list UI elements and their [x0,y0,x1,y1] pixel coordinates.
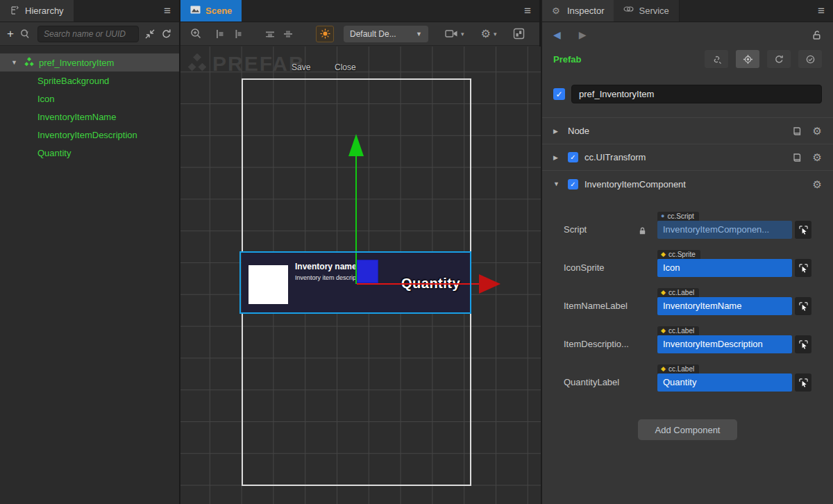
align-center-h-icon[interactable] [233,28,244,40]
tab-hierarchy[interactable]: Hierarchy [0,0,74,22]
reference-field[interactable]: InventoryItemDescription [657,335,792,353]
tab-inspector[interactable]: ⚙ Inspector [542,0,614,22]
camera-select-value: Default De... [350,29,396,39]
prefab-save-button[interactable]: Save [292,62,310,72]
lock-open-icon[interactable] [811,30,822,40]
align-left-icon[interactable] [214,28,226,40]
property-value: ◆ cc.Label InventoryItemDescription [657,323,811,353]
hierarchy-node-label: pref_InventoryItem [39,58,114,68]
gizmo-x-arrow-icon[interactable] [479,274,500,294]
expand-arrow-icon[interactable]: ▼ [11,59,19,66]
add-component-button[interactable]: Add Component [638,419,737,440]
property-row: Script ● cc.Script In [564,208,811,239]
property-value: ● cc.Script InventoryItemComponen... [657,208,811,239]
align-middle-v-icon[interactable] [283,28,294,40]
inspector-tabbar: ⚙ Inspector Service ≡ [542,0,833,22]
service-link-icon [623,6,634,16]
type-marker-icon: ◆ [661,289,666,296]
uitransform-enabled-checkbox[interactable]: ✓ [568,152,578,162]
scene-viewport[interactable]: PREFAB Save Close Inventory name Invento… [180,47,541,504]
section-inventoryitemcomponent[interactable]: ▼ ✓ InventoryItemComponent ⚙ [542,171,833,197]
reference-field[interactable]: Quantity [657,373,792,392]
locate-prefab-asset-button[interactable] [736,50,759,68]
hierarchy-node-root[interactable]: ▼ pref_InventoryItem [0,53,179,72]
prefab-header-row: Prefab [542,47,833,71]
type-chip: ◆ cc.Label [657,326,699,335]
reference-picker-button[interactable] [795,221,811,239]
type-name: cc.Sprite [668,251,696,258]
lock-slot [638,350,657,353]
hierarchy-menu-icon[interactable]: ≡ [164,0,171,22]
unlink-prefab-button[interactable] [705,50,728,68]
prefab-close-button[interactable]: Close [335,62,356,72]
search-filter-button[interactable] [19,28,32,40]
collapse-arrow-icon[interactable]: ▼ [553,180,562,187]
lock-slot [638,388,657,392]
scene-settings-button[interactable]: ⚙ ▾ [481,27,497,40]
collapse-all-icon[interactable] [144,28,155,40]
section-node-label: Node [568,126,589,136]
type-chip: ◆ cc.Label [657,364,699,373]
docs-icon[interactable] [792,126,802,136]
reference-field[interactable]: InventoryItemName [657,297,792,315]
type-name: cc.Label [668,365,694,373]
reference-picker-button[interactable] [795,259,811,277]
property-label: ItemDescriptio... [564,339,638,353]
create-node-button[interactable]: + [7,27,14,41]
scene-light-toggle[interactable] [316,26,334,42]
reference-field[interactable]: Icon [657,259,792,277]
section-node[interactable]: ▶ Node ⚙ [542,118,833,144]
camera-select-dropdown[interactable]: Default De... ▼ [344,26,428,42]
reference-picker-button[interactable] [795,335,811,353]
type-name: cc.Script [667,212,693,220]
hierarchy-node[interactable]: Icon [0,90,179,108]
inspector-menu-icon[interactable]: ≡ [818,0,825,22]
history-forward-button[interactable]: ▶ [579,29,587,40]
tab-scene[interactable]: Scene [180,0,242,22]
tab-service[interactable]: Service [614,0,679,22]
search-input[interactable] [37,26,139,42]
gear-icon[interactable]: ⚙ [813,152,822,162]
lock-slot [638,274,657,277]
refresh-icon[interactable] [161,28,172,40]
property-row: IconSprite ◆ cc.Sprite Icon [564,246,811,277]
node-name-input[interactable] [571,85,822,103]
gizmo-y-arrow-icon[interactable] [348,134,364,156]
hierarchy-node[interactable]: InventoryItemDescription [0,126,179,144]
reference-picker-button[interactable] [795,297,811,315]
reference-picker-button[interactable] [795,373,811,392]
hierarchy-node[interactable]: Quantity [0,144,179,162]
prefab-actions [705,50,822,68]
hierarchy-node[interactable]: InventoryItemName [0,108,179,126]
chevron-down-icon: ▾ [494,31,497,37]
gear-icon[interactable]: ⚙ [813,179,822,190]
node-active-checkbox[interactable]: ✓ [553,88,565,100]
section-uitransform[interactable]: ▶ ✓ cc.UITransform ⚙ [542,144,833,171]
view-camera-button[interactable]: ▾ [445,29,464,38]
type-marker-icon: ◆ [661,251,666,258]
layout-grid-button[interactable] [513,28,525,40]
tab-inspector-label: Inspector [567,6,604,16]
align-top-icon[interactable] [264,28,276,40]
revert-prefab-button[interactable] [767,50,791,68]
docs-icon[interactable] [792,153,802,162]
expand-arrow-icon[interactable]: ▶ [553,154,562,161]
hierarchy-tree: ▼ pref_InventoryItem SpriteBackground Ic… [0,46,179,162]
component-enabled-checkbox[interactable]: ✓ [568,179,578,190]
node-selection-outline [239,251,471,314]
type-name: cc.Label [668,327,694,335]
gear-icon[interactable]: ⚙ [813,126,822,136]
property-row: QuantityLabel ◆ cc.Label Quantity [564,361,811,392]
reference-field[interactable]: InventoryItemComponen... [657,221,792,239]
property-label: Script [564,224,638,239]
inspector-nav-row: ◀ ▶ [542,22,833,47]
apply-prefab-button[interactable] [798,50,822,68]
hierarchy-node[interactable]: SpriteBackground [0,72,179,90]
zoom-icon[interactable] [190,28,202,40]
history-back-button[interactable]: ◀ [553,29,561,40]
expand-arrow-icon[interactable]: ▶ [553,128,562,135]
hierarchy-tabbar: Hierarchy ≡ [0,0,179,22]
type-marker-icon: ◆ [661,328,666,334]
tab-hierarchy-label: Hierarchy [25,6,64,16]
scene-menu-icon[interactable]: ≡ [524,0,531,22]
